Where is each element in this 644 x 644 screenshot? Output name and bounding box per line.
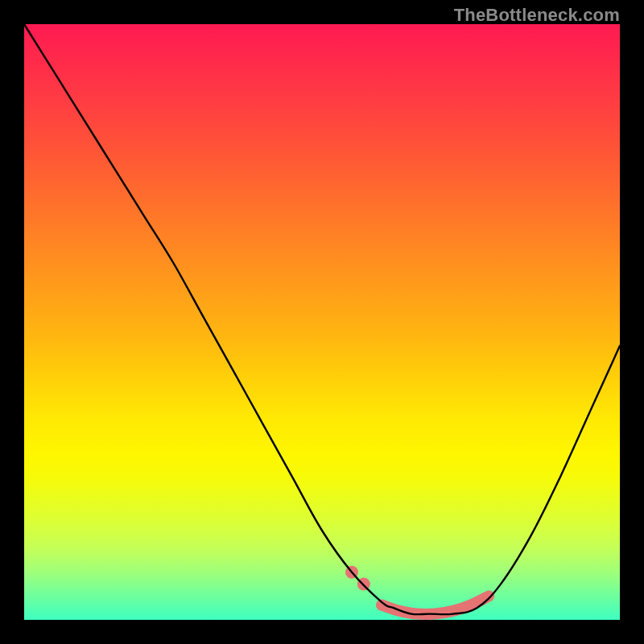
highlight-segment bbox=[382, 596, 489, 614]
highlight-group bbox=[345, 566, 489, 614]
bottleneck-curve bbox=[24, 24, 620, 614]
watermark-text: TheBottleneck.com bbox=[454, 5, 620, 26]
chart-svg bbox=[24, 24, 620, 620]
plot-area bbox=[24, 24, 620, 620]
chart-frame: TheBottleneck.com bbox=[0, 0, 644, 644]
